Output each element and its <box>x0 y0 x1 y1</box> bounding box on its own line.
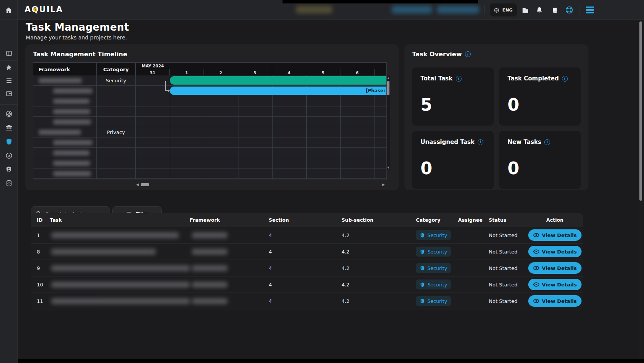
language-selector[interactable]: ENG <box>490 3 517 16</box>
gantt-horizontal-scrollbar[interactable]: ◀ ▶ <box>136 182 387 187</box>
gantt-row: [Phase: <box>33 86 387 96</box>
gantt-chart-cell <box>136 148 387 158</box>
gantt-day-label: 31 <box>136 69 170 76</box>
task-table-body: 144.2SecurityNot StartedView Details844.… <box>31 227 583 309</box>
table-row[interactable]: 1044.2SecurityNot StartedView Details <box>31 276 583 293</box>
gantt-days-row: 31123456 <box>136 69 387 76</box>
gantt-vertical-scroll-thumb[interactable] <box>387 81 389 95</box>
page-scroll-thumb[interactable] <box>639 21 642 201</box>
sidebar-item-panel-left[interactable] <box>0 47 18 59</box>
cell-action: View Details <box>527 229 583 241</box>
gantt-chart-cell <box>136 137 387 147</box>
card-label: Task Completed <box>508 75 559 82</box>
topbar-separator-2 <box>580 5 580 15</box>
cell-task <box>50 249 190 255</box>
task-overview-panel: Task Overview i Total Taski 5 Task Compl… <box>404 44 588 190</box>
gantt-framework-cell <box>33 168 97 178</box>
sidebar-item-shield-user[interactable] <box>0 164 18 175</box>
column-header-task: Task <box>50 217 190 223</box>
redacted-topbar-link-2[interactable] <box>437 6 479 13</box>
list-menu-icon <box>6 78 12 83</box>
table-row[interactable]: 1144.2SecurityNot StartedView Details <box>31 293 583 309</box>
sidebar-item-target[interactable] <box>0 108 18 119</box>
gantt-vertical-scrollbar[interactable]: ▲ ▼ <box>387 76 390 170</box>
info-icon[interactable]: i <box>478 139 483 145</box>
page-title: Task Management <box>26 21 129 33</box>
view-details-label: View Details <box>542 249 577 255</box>
cell-framework <box>190 249 266 255</box>
column-header-section: Section <box>266 217 339 223</box>
app-root: AQUILA ENG <box>0 0 644 363</box>
shield-icon <box>420 265 425 271</box>
gantt-scroll-down-arrow[interactable]: ▼ <box>387 166 390 169</box>
organization-building-icon[interactable] <box>521 6 529 14</box>
cell-id: 8 <box>31 249 50 255</box>
table-row[interactable]: 144.2SecurityNot StartedView Details <box>31 227 583 244</box>
gantt-scroll-left-arrow[interactable]: ◀ <box>136 183 139 186</box>
overview-title: Task Overview <box>412 51 462 58</box>
cell-task <box>50 232 190 238</box>
gantt-day-label: 5 <box>306 69 340 76</box>
menu-icon[interactable] <box>586 7 594 13</box>
logo-text: A <box>25 5 31 14</box>
cell-sub-section: 4.2 <box>339 298 416 304</box>
category-badge: Security <box>416 280 451 289</box>
task-table: ID Task Framework Section Sub-section Ca… <box>31 213 583 309</box>
sidebar <box>0 20 18 363</box>
info-icon[interactable]: i <box>544 139 550 145</box>
view-details-label: View Details <box>542 298 577 304</box>
category-badge-label: Security <box>427 282 447 288</box>
database-icon <box>6 180 12 187</box>
gantt-horizontal-scroll-thumb[interactable] <box>141 183 149 186</box>
info-icon[interactable]: i <box>562 76 568 82</box>
redacted-framework-name <box>192 282 227 288</box>
sidebar-item-security-active[interactable] <box>0 136 18 147</box>
info-icon[interactable]: i <box>465 51 471 57</box>
column-header-status: Status <box>489 217 527 223</box>
panel-left-icon <box>6 50 12 57</box>
home-button[interactable] <box>0 0 18 20</box>
notifications-bell-icon[interactable] <box>536 6 543 14</box>
category-badge: Security <box>416 247 451 257</box>
sidebar-item-layout[interactable] <box>0 88 18 99</box>
gantt-scroll-right-arrow[interactable]: ▶ <box>382 183 385 186</box>
view-details-button[interactable]: View Details <box>528 246 582 257</box>
gantt-bar-phase-task[interactable]: [Phase: <box>170 87 387 95</box>
gantt-row <box>33 106 387 117</box>
view-details-button[interactable]: View Details <box>528 229 582 241</box>
gantt-framework-cell <box>33 127 97 137</box>
gantt-body: Security[Phase:Privacy <box>33 75 387 180</box>
card-label: New Tasks <box>508 139 541 146</box>
support-lifebuoy-icon[interactable] <box>565 6 573 14</box>
info-icon[interactable]: i <box>456 76 462 82</box>
sidebar-item-institution[interactable] <box>0 122 18 133</box>
view-details-button[interactable]: View Details <box>528 262 582 274</box>
gantt-bar-phase-group[interactable] <box>170 76 387 85</box>
page-scrollbar[interactable] <box>639 20 642 363</box>
shield-user-icon <box>5 166 12 173</box>
task-table-header: ID Task Framework Section Sub-section Ca… <box>31 213 583 227</box>
gantt-category-cell <box>97 86 136 96</box>
gantt-category-cell <box>97 158 136 168</box>
topbar-separator <box>485 5 485 15</box>
logo-eye-pupil <box>35 10 36 11</box>
view-details-button[interactable]: View Details <box>528 295 582 307</box>
knowledge-book-icon[interactable] <box>551 6 559 14</box>
cell-id: 10 <box>31 282 50 288</box>
sidebar-item-gauge[interactable] <box>0 150 18 161</box>
table-row[interactable]: 844.2SecurityNot StartedView Details <box>31 244 583 260</box>
card-new-tasks: New Tasksi 0 <box>499 131 581 189</box>
sidebar-item-list[interactable] <box>0 75 18 86</box>
view-details-button[interactable]: View Details <box>528 279 582 290</box>
gantt-day-label: 3 <box>238 69 272 76</box>
card-value: 0 <box>508 159 572 178</box>
redacted-framework-label <box>53 161 90 166</box>
cell-section: 4 <box>266 249 339 255</box>
table-row[interactable]: 944.2SecurityNot StartedView Details <box>31 260 583 276</box>
sidebar-item-database[interactable] <box>0 177 18 189</box>
cell-category: Security <box>416 263 458 273</box>
redacted-topbar-link-1[interactable] <box>392 6 432 13</box>
sidebar-item-favorites[interactable] <box>0 62 18 73</box>
cell-status: Not Started <box>489 232 527 238</box>
gantt-scroll-up-arrow[interactable]: ▲ <box>387 77 390 80</box>
